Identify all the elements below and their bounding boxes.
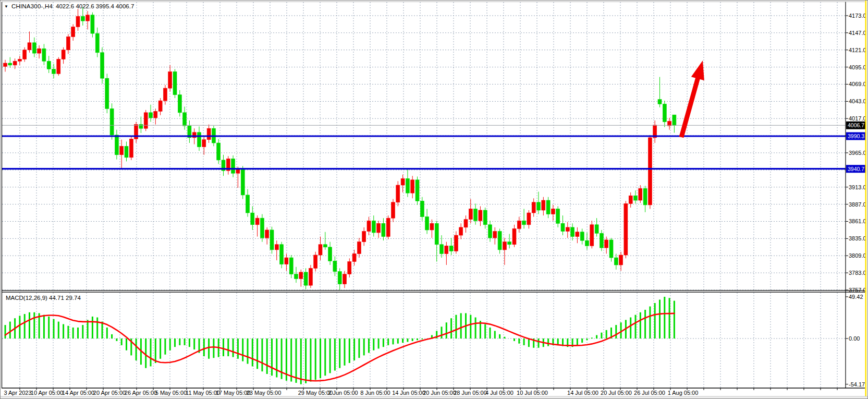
svg-text:3 Apr 2023: 3 Apr 2023	[4, 390, 31, 396]
svg-text:3990.3: 3990.3	[848, 133, 864, 139]
svg-text:14 Apr 05:00: 14 Apr 05:00	[62, 390, 94, 396]
svg-text:20 Jun 05:00: 20 Jun 05:00	[423, 390, 456, 396]
svg-text:4147.0: 4147.0	[849, 30, 866, 36]
level-price-badge-upper: 3990.3	[846, 132, 865, 140]
level-price-badge-lower: 3940.7	[846, 165, 865, 173]
svg-text:4006.7: 4006.7	[848, 122, 864, 128]
svg-text:8 Jun 05:00: 8 Jun 05:00	[360, 390, 390, 396]
svg-text:49.42: 49.42	[849, 294, 863, 300]
svg-text:17 May 05:00: 17 May 05:00	[216, 390, 251, 396]
svg-text:4095.0: 4095.0	[849, 64, 866, 70]
svg-text:20 Apr 05:00: 20 Apr 05:00	[93, 390, 126, 396]
svg-text:2 Jun 05:00: 2 Jun 05:00	[328, 390, 358, 396]
svg-text:11 May 05:00: 11 May 05:00	[186, 390, 220, 396]
trading-chart-canvas[interactable]: 4173.04147.04121.04095.04069.04043.04017…	[1, 1, 868, 399]
svg-text:3965.0: 3965.0	[849, 150, 866, 156]
ohlc-readout: 4022.6 4022.6 3995.4 4006.7	[56, 3, 134, 9]
svg-text:4173.0: 4173.0	[849, 13, 866, 19]
current-price-badge: 4006.7	[846, 122, 865, 129]
svg-text:3783.0: 3783.0	[849, 270, 866, 276]
svg-text:-54.17: -54.17	[849, 381, 865, 388]
svg-text:3861.0: 3861.0	[849, 218, 866, 224]
svg-text:23 May 05:00: 23 May 05:00	[247, 390, 282, 396]
svg-text:3757.0: 3757.0	[849, 287, 866, 293]
svg-text:26 Apr 05:00: 26 Apr 05:00	[125, 390, 157, 396]
chart-title-bar: ▼ CHINA300-,H4 4022.6 4022.6 3995.4 4006…	[4, 3, 134, 9]
svg-text:28 Jun 05:00: 28 Jun 05:00	[454, 390, 487, 396]
svg-text:4017.0: 4017.0	[849, 115, 866, 122]
macd-indicator-label: MACD(12,26,9) 44.71 29.74	[6, 295, 81, 301]
svg-text:4043.0: 4043.0	[849, 98, 866, 104]
svg-text:10 Jul 05:00: 10 Jul 05:00	[517, 390, 548, 396]
svg-text:26 Jul 05:00: 26 Jul 05:00	[634, 390, 665, 396]
symbol-dropdown-icon[interactable]: ▼	[4, 4, 8, 9]
bottom-scroll-strip[interactable]	[1, 396, 868, 399]
svg-text:3940.7: 3940.7	[848, 166, 864, 172]
svg-text:14 Jun 05:00: 14 Jun 05:00	[392, 390, 425, 396]
symbol-period-label: CHINA300-,H4	[11, 3, 53, 9]
svg-text:3913.0: 3913.0	[849, 184, 866, 190]
svg-text:4069.0: 4069.0	[849, 81, 866, 87]
chart-window: 4173.04147.04121.04095.04069.04043.04017…	[0, 0, 868, 399]
svg-text:3809.0: 3809.0	[849, 252, 866, 259]
svg-text:4 Jul 05:00: 4 Jul 05:00	[485, 390, 514, 396]
right-accent-strip	[865, 1, 867, 399]
svg-text:0.00: 0.00	[849, 335, 860, 342]
svg-text:10 Apr 05:00: 10 Apr 05:00	[31, 390, 63, 396]
svg-text:5 May 05:00: 5 May 05:00	[155, 390, 187, 396]
svg-text:3887.0: 3887.0	[849, 201, 866, 208]
svg-text:20 Jul 05:00: 20 Jul 05:00	[601, 390, 632, 396]
svg-text:1 Aug 05:00: 1 Aug 05:00	[668, 390, 699, 396]
svg-text:3835.0: 3835.0	[849, 235, 866, 241]
svg-text:14 Jul 05:00: 14 Jul 05:00	[567, 390, 598, 396]
svg-text:4121.0: 4121.0	[849, 47, 866, 53]
